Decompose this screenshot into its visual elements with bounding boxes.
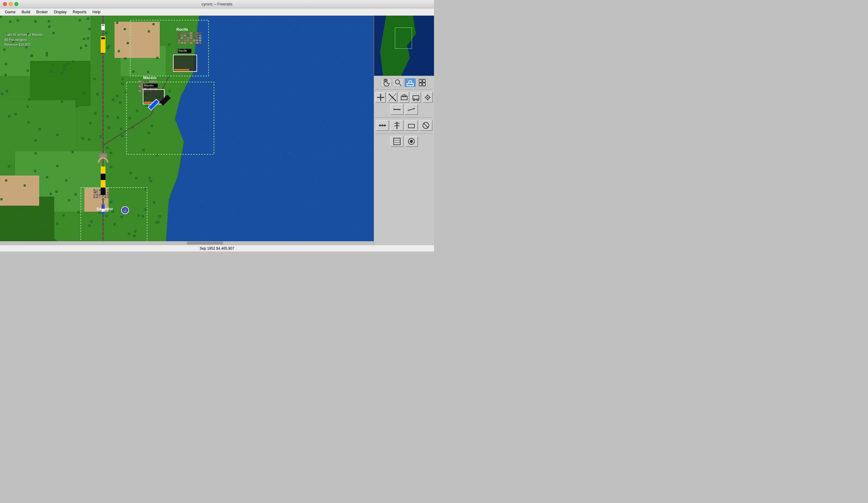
svg-rect-5: [419, 83, 422, 86]
window-controls: [3, 2, 18, 6]
tool-train[interactable]: [411, 92, 421, 103]
svg-rect-33: [409, 124, 414, 128]
tool-bridge1[interactable]: [376, 120, 389, 131]
track-tools-row2: [375, 104, 433, 115]
menu-game[interactable]: Game: [2, 9, 18, 15]
window-title: cymric – Freerails: [202, 2, 233, 6]
close-button[interactable]: [3, 2, 7, 6]
tool-demolish[interactable]: [405, 136, 418, 147]
maximize-button[interactable]: [14, 2, 18, 6]
menubar: Game Build Broker Display Reports Help: [0, 9, 434, 16]
tool-track-h2[interactable]: [405, 104, 418, 115]
svg-rect-2: [407, 83, 413, 86]
separator-2: [375, 117, 433, 117]
mode-hand[interactable]: [381, 79, 392, 87]
svg-point-0: [395, 80, 399, 84]
mini-map[interactable]: [374, 16, 434, 76]
mode-build[interactable]: [405, 79, 416, 87]
special-tools-row: [375, 136, 433, 147]
menu-reports[interactable]: Reports: [70, 9, 89, 15]
tool-track-cross[interactable]: [375, 92, 386, 103]
status-text: Sep 1852 $4,465,907: [200, 246, 235, 250]
svg-point-41: [410, 140, 413, 143]
svg-line-9: [389, 94, 396, 101]
bridge-tools-row: [375, 120, 433, 131]
map-scrollbar[interactable]: [0, 241, 374, 245]
mode-magnify[interactable]: [393, 79, 404, 87]
game-canvas[interactable]: [0, 16, 374, 245]
mode-info[interactable]: [417, 79, 428, 87]
svg-point-19: [427, 97, 428, 98]
svg-rect-4: [423, 80, 425, 82]
game-viewport[interactable]: Train #2 arrives at Maceio 80 Passengers…: [0, 16, 374, 245]
tool-bridge2[interactable]: [390, 120, 404, 131]
separator-1: [375, 89, 433, 90]
tool-track-h1[interactable]: [390, 104, 404, 115]
tool-panel: [374, 76, 434, 245]
separator-3: [375, 133, 433, 134]
menu-help[interactable]: Help: [90, 9, 103, 15]
tool-view[interactable]: [422, 92, 433, 103]
menu-broker[interactable]: Broker: [34, 9, 50, 15]
tool-no-entry[interactable]: [419, 120, 433, 131]
tool-station[interactable]: [399, 92, 409, 103]
tool-terrain[interactable]: [390, 136, 404, 147]
minimize-button[interactable]: [9, 2, 13, 6]
svg-rect-3: [419, 80, 422, 82]
mode-buttons-row: [375, 79, 433, 87]
status-bar: Sep 1852 $4,465,907: [0, 245, 434, 252]
svg-rect-37: [394, 138, 400, 145]
svg-rect-6: [423, 83, 425, 86]
map-scrollbar-thumb[interactable]: [187, 242, 223, 245]
main-layout: Train #2 arrives at Maceio 80 Passengers…: [0, 16, 434, 245]
svg-line-36: [424, 123, 428, 127]
menu-build[interactable]: Build: [19, 9, 32, 15]
tool-tunnel[interactable]: [405, 120, 418, 131]
titlebar: cymric – Freerails: [0, 0, 434, 9]
track-tools-row1: [375, 92, 433, 103]
menu-display[interactable]: Display: [52, 9, 69, 15]
right-panel: [374, 16, 434, 245]
tool-track-diagonal1[interactable]: [387, 92, 397, 103]
svg-line-1: [399, 84, 401, 86]
